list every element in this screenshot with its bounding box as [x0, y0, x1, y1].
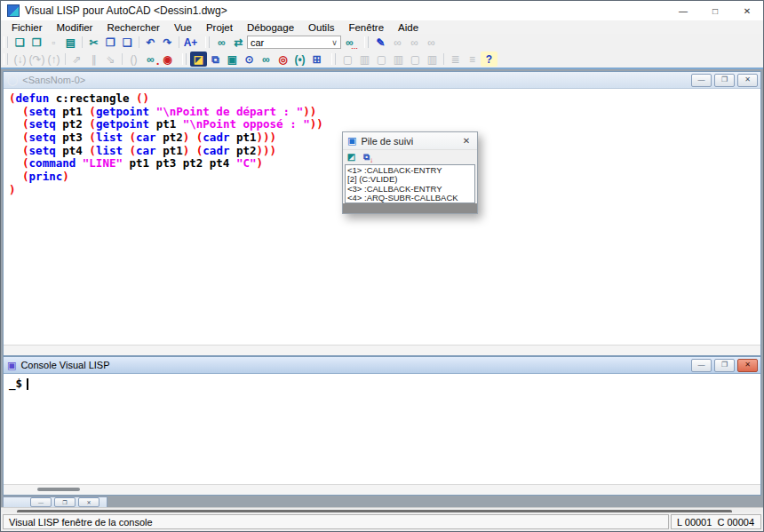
copy-trace-button[interactable]: ⧉↓ [360, 151, 373, 163]
step-over-button: (↷) [28, 52, 45, 67]
minimize-button[interactable]: — [667, 1, 699, 20]
inspect-button[interactable]: ⊙ [241, 52, 258, 67]
console-hscrollbar[interactable] [4, 484, 760, 495]
continue-button: ⇗ [68, 52, 85, 67]
find-icon: ∞ [218, 37, 226, 48]
clear-watch-icon: ∞ [394, 37, 402, 48]
copy-button[interactable]: ❐ [102, 35, 119, 50]
print-button[interactable]: ▤ [62, 35, 79, 50]
new-file-button[interactable]: ❏ [12, 35, 28, 50]
stub-close-button[interactable]: ✕ [78, 497, 99, 507]
trace-list-item[interactable]: <4> :ARQ-SUBR-CALLBACK [347, 194, 474, 202]
toolbar-grip[interactable] [331, 53, 336, 65]
menu-item-aide[interactable]: Aide [391, 20, 426, 34]
trace-stack-button[interactable]: ⊞ [308, 52, 325, 67]
editor-close-button[interactable]: ✕ [737, 74, 758, 87]
watch-window-button[interactable]: ∞ [258, 52, 275, 67]
menu-item-projet[interactable]: Projet [199, 20, 240, 34]
editor-title: <SansNom-0> [22, 75, 85, 85]
trace-title-bar: ▣ Pile de suivi ✕ [343, 132, 477, 150]
copy-icon: ❐ [106, 37, 115, 48]
step-into-button: (↓) [12, 52, 28, 67]
title-bar: Visual LISP pour AutoCAD <Dessin1.dwg> —… [1, 1, 763, 21]
lisp-console-button[interactable]: ▣ [224, 52, 241, 67]
trace-toolbar: ◩⧉↓ [343, 150, 477, 164]
trace-list[interactable]: <1> :CALLBACK-ENTRY[2] (C:VLIDE)<3> :CAL… [345, 164, 475, 203]
icon-accent: … [351, 44, 358, 51]
toolbar-grip[interactable] [4, 36, 8, 48]
menu-item-debogage[interactable]: Débogage [240, 20, 301, 34]
maximize-button[interactable]: □ [699, 1, 731, 20]
code-area[interactable]: (defun c:rectangle () (setq pt1 (getpoin… [4, 89, 760, 345]
step-over-icon: (↷) [28, 54, 44, 65]
break-on-error-button[interactable]: ∞• [142, 52, 159, 67]
apropos-button[interactable]: (•) [291, 52, 308, 67]
menu-item-rechercher[interactable]: Rechercher [99, 20, 166, 34]
step-out-button: (↑) [45, 52, 62, 67]
break-on-error-icon: ∞ [147, 54, 155, 65]
editor-hscrollbar[interactable] [4, 345, 760, 355]
chevron-down-icon[interactable]: ∨ [329, 38, 340, 47]
select-window-button[interactable]: ⧉ [207, 52, 224, 67]
symbol-service-button[interactable]: ◎ [275, 52, 291, 67]
minimized-window-controls: — ❐ ✕ [30, 497, 99, 507]
check-selection-icon: ▥ [394, 54, 403, 65]
editor-title-bar: ◯ <SansNom-0> — ❐ ✕ [4, 72, 760, 89]
toolbar-grip[interactable] [364, 36, 369, 48]
activate-autocad-icon: ◪ [194, 54, 203, 65]
menu-bar: FichierModifierRechercherVueProjetDéboga… [1, 20, 763, 35]
trace-close-button[interactable]: ✕ [460, 136, 473, 146]
refresh-trace-button[interactable]: ◩ [345, 151, 358, 163]
editor-minimize-button[interactable]: — [691, 74, 712, 87]
toolbar-row-2: (↓)(↷)(↑)⇗∥⇘()∞•◉◪⧉▣⊙∞◎(•)⊞▢▥▢▥▢▥≣≡? [1, 51, 763, 68]
open-file-button[interactable]: ❒ [28, 35, 45, 50]
comment-block-button: ≣ [447, 52, 464, 67]
watch-toolbar: ✎∞∞∞ [362, 34, 443, 51]
editor-restore-button[interactable]: ❐ [714, 74, 735, 87]
stub-restore-button[interactable]: ❐ [54, 497, 76, 507]
console-minimize-button[interactable]: — [691, 359, 712, 372]
reset-to-top-button[interactable]: ◉ [159, 52, 176, 67]
select-window-icon: ⧉ [211, 54, 219, 65]
help-icon: ? [486, 54, 492, 65]
toolbar-separator [179, 36, 179, 48]
toolbar-separator [65, 53, 66, 65]
help-button[interactable]: ? [481, 52, 497, 67]
check-edit-window-button: ▢ [373, 52, 390, 67]
menu-item-fichier[interactable]: Fichier [4, 20, 50, 34]
replace-button[interactable]: ⇄ [230, 35, 247, 50]
console-restore-button[interactable]: ❐ [714, 359, 735, 372]
console-icon: ▣ [7, 361, 16, 370]
load-selection-icon: ▥ [360, 54, 370, 65]
toolbar-grip[interactable] [4, 53, 8, 65]
stub-minimize-button[interactable]: — [30, 497, 52, 507]
find-toolbar-string-button[interactable]: ∞… [341, 35, 358, 50]
close-button[interactable]: ✕ [731, 1, 763, 20]
add-watch-button[interactable]: ✎ [372, 35, 389, 50]
redo-button[interactable]: ↷ [159, 35, 176, 50]
menu-item-modifier[interactable]: Modifier [50, 20, 100, 34]
search-combobox[interactable]: car∨ [247, 36, 341, 49]
find-button[interactable]: ∞ [213, 35, 230, 50]
toolbar-grip[interactable] [182, 53, 187, 65]
toolbar-grip[interactable] [205, 36, 210, 48]
sort-watch-icon: ∞ [410, 37, 418, 48]
console-input-area[interactable]: _$ [4, 374, 760, 484]
undo-button[interactable]: ↶ [142, 35, 159, 50]
console-hscroll-thumb[interactable] [37, 488, 80, 491]
trace-dialog-title: Pile de suivi [361, 136, 413, 147]
trace-stack-dialog: ▣ Pile de suivi ✕ ◩⧉↓ <1> :CALLBACK-ENTR… [342, 131, 478, 214]
menu-item-outils[interactable]: Outils [301, 20, 341, 34]
editor-window-controls: — ❐ ✕ [691, 74, 758, 87]
console-close-button[interactable]: ✕ [737, 359, 758, 372]
activate-autocad-button[interactable]: ◪ [190, 52, 207, 67]
cut-button[interactable]: ✂ [85, 35, 102, 50]
complete-word-button[interactable]: A+ [182, 35, 199, 50]
debug-toolbar: (↓)(↷)(↑)⇗∥⇘()∞•◉ [1, 51, 179, 67]
stop-icon: ∥ [92, 54, 97, 65]
uncomment-block-button: ≡ [464, 52, 481, 67]
paste-button[interactable]: ❑ [119, 35, 136, 50]
menu-item-fenetre[interactable]: Fenêtre [341, 20, 391, 34]
menu-item-vue[interactable]: Vue [167, 20, 199, 34]
quit-icon: ⇘ [106, 54, 115, 65]
